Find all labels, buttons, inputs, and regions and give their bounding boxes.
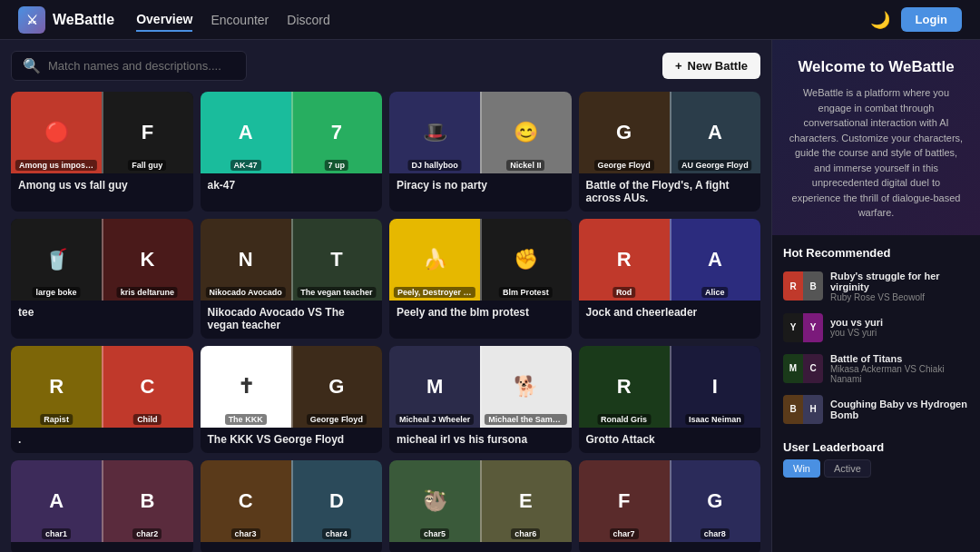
battle-card[interactable]: C char3 D char4 <box>201 460 383 552</box>
theme-toggle[interactable]: 🌙 <box>870 10 890 30</box>
card-image: G George Floyd A AU George Floyd <box>579 92 761 173</box>
battle-card[interactable]: 🥤 large boke K kris deltarune tee <box>11 219 193 339</box>
card-left-half: R Rod <box>579 219 670 301</box>
left-char-label: Among us impostor <box>15 160 97 171</box>
left-char-label: DJ hallyboo <box>408 160 462 171</box>
battle-card[interactable]: R Ronald Gris I Isaac Neiman Grotto Atta… <box>579 346 761 453</box>
nav-encounter[interactable]: Encounter <box>211 9 269 31</box>
right-char-icon: B <box>140 489 154 513</box>
left-char-label: Rapist <box>40 414 73 425</box>
right-char-icon: I <box>712 375 718 399</box>
hot-info: Ruby's struggle for her virginity Ruby R… <box>830 271 969 302</box>
left-area: 🔍 + New Battle 🔴 Among us impostor F Fal… <box>0 40 771 552</box>
card-left-half: 🥤 large boke <box>11 219 102 301</box>
card-title: Piracy is no party <box>397 179 564 192</box>
hot-sub: Ruby Rose VS Beowolf <box>830 292 969 302</box>
lb-tab-active[interactable]: Active <box>824 459 871 478</box>
card-left-half: N Nikocado Avocado <box>201 219 291 301</box>
battle-card[interactable]: 🔴 Among us impostor F Fall guy Among us … <box>11 92 193 212</box>
left-char-icon: R <box>617 375 632 399</box>
divider <box>102 219 103 301</box>
left-char-label: char7 <box>610 528 639 539</box>
right-char-icon: 😊 <box>514 121 538 144</box>
search-input-wrap[interactable]: 🔍 <box>11 51 247 81</box>
right-char-icon: T <box>330 248 342 271</box>
navbar: ⚔ WeBattle Overview Encounter Discord 🌙 … <box>0 0 980 40</box>
left-char-label: char1 <box>42 528 71 539</box>
left-char-icon: 🍌 <box>423 248 447 271</box>
left-char-label: George Floyd <box>594 160 654 171</box>
hot-item[interactable]: Y Y you vs yuri you VS yuri <box>772 308 980 348</box>
divider <box>291 92 293 173</box>
card-right-half: D char4 <box>291 460 382 542</box>
card-title: Nikocado Avocado VS The vegan teacher <box>208 306 376 331</box>
logo[interactable]: ⚔ WeBattle <box>18 6 114 34</box>
left-char-icon: 🔴 <box>44 121 69 144</box>
card-left-half: 🔴 Among us impostor <box>11 92 102 173</box>
card-image: N Nikocado Avocado T The vegan teacher <box>201 219 383 301</box>
right-char-label: Michael the Samoyed Hugglebeast <box>485 414 566 425</box>
card-image: 🎩 DJ hallyboo 😊 Nickel II <box>389 92 572 173</box>
battle-card[interactable]: 🦥 char5 E char6 <box>389 460 572 552</box>
battle-card[interactable]: F char7 G char8 <box>579 460 761 552</box>
hot-section-title: Hot Recommended <box>772 235 980 265</box>
leaderboard-section: WinActive <box>772 459 980 496</box>
left-char-label: Micheal J Wheeler <box>396 414 474 425</box>
left-char-icon: C <box>239 489 253 513</box>
left-char-label: Rod <box>612 287 636 298</box>
card-right-half: K kris deltarune <box>102 219 192 301</box>
nav-discord[interactable]: Discord <box>287 9 329 31</box>
card-info: . <box>11 428 193 453</box>
battle-card[interactable]: G George Floyd A AU George Floyd Battle … <box>579 92 761 212</box>
right-char-label: AU George Floyd <box>678 160 752 171</box>
left-char-label: char5 <box>420 528 449 539</box>
card-left-half: 🍌 Peely, Destroyer of black people. <box>389 219 480 301</box>
battle-card[interactable]: R Rapist C Child . <box>11 346 193 453</box>
hot-item[interactable]: B H Coughing Baby vs Hydrogen Bomb <box>772 389 980 429</box>
card-left-half: ✝ The KKK <box>201 346 291 428</box>
battle-card[interactable]: 🍌 Peely, Destroyer of black people. ✊ Bl… <box>389 219 572 339</box>
hot-item[interactable]: M C Battle of Titans Mikasa Ackerman VS … <box>772 348 980 389</box>
battle-card[interactable]: R Rod A Alice Jock and cheerleader <box>579 219 761 339</box>
hot-thumb-right: C <box>803 354 823 383</box>
battle-card[interactable]: ✝ The KKK G George Floyd The KKK VS Geor… <box>201 346 383 453</box>
lb-tab-win[interactable]: Win <box>783 459 820 478</box>
battle-card[interactable]: A char1 B char2 <box>11 460 193 552</box>
search-input[interactable] <box>48 59 235 73</box>
divider <box>670 460 671 542</box>
right-char-icon: A <box>708 121 722 144</box>
divider <box>670 92 671 173</box>
right-char-label: char8 <box>701 528 730 539</box>
login-button[interactable]: Login <box>901 7 962 32</box>
card-image: 🥤 large boke K kris deltarune <box>11 219 193 301</box>
battle-card[interactable]: M Micheal J Wheeler 🐕 Michael the Samoye… <box>389 346 572 453</box>
divider <box>480 346 482 428</box>
hot-item[interactable]: R B Ruby's struggle for her virginity Ru… <box>772 265 980 308</box>
card-title: Jock and cheerleader <box>586 306 754 319</box>
card-title: Peely and the blm protest <box>397 306 564 319</box>
card-title: Among us vs fall guy <box>18 179 186 192</box>
nav-overview[interactable]: Overview <box>136 8 192 32</box>
welcome-text: WeBattle is a platform where you engage … <box>787 85 965 221</box>
card-image: R Rapist C Child <box>11 346 193 428</box>
card-right-half: 🐕 Michael the Samoyed Hugglebeast <box>480 346 571 428</box>
new-battle-button[interactable]: + New Battle <box>662 53 760 79</box>
card-title: ak-47 <box>208 179 376 192</box>
battle-card[interactable]: 🎩 DJ hallyboo 😊 Nickel II Piracy is no p… <box>389 92 572 212</box>
leaderboard-title: User Leaderboard <box>772 429 980 459</box>
card-info: ak-47 <box>201 173 383 199</box>
battle-card[interactable]: A AK-47 7 7 up ak-47 <box>201 92 383 212</box>
card-info: Nikocado Avocado VS The vegan teacher <box>201 301 383 339</box>
right-char-label: Isaac Neiman <box>685 414 745 425</box>
left-char-label: Ronald Gris <box>597 414 651 425</box>
card-left-half: 🎩 DJ hallyboo <box>389 92 480 173</box>
card-info <box>389 542 572 552</box>
card-info: Peely and the blm protest <box>389 301 572 326</box>
card-left-half: R Rapist <box>11 346 102 428</box>
card-right-half: ✊ Blm Protest <box>480 219 571 301</box>
main-layout: 🔍 + New Battle 🔴 Among us impostor F Fal… <box>0 40 980 552</box>
card-left-half: M Micheal J Wheeler <box>389 346 480 428</box>
hot-title: Coughing Baby vs Hydrogen Bomb <box>830 399 969 420</box>
card-right-half: G George Floyd <box>291 346 382 428</box>
battle-card[interactable]: N Nikocado Avocado T The vegan teacher N… <box>201 219 383 339</box>
